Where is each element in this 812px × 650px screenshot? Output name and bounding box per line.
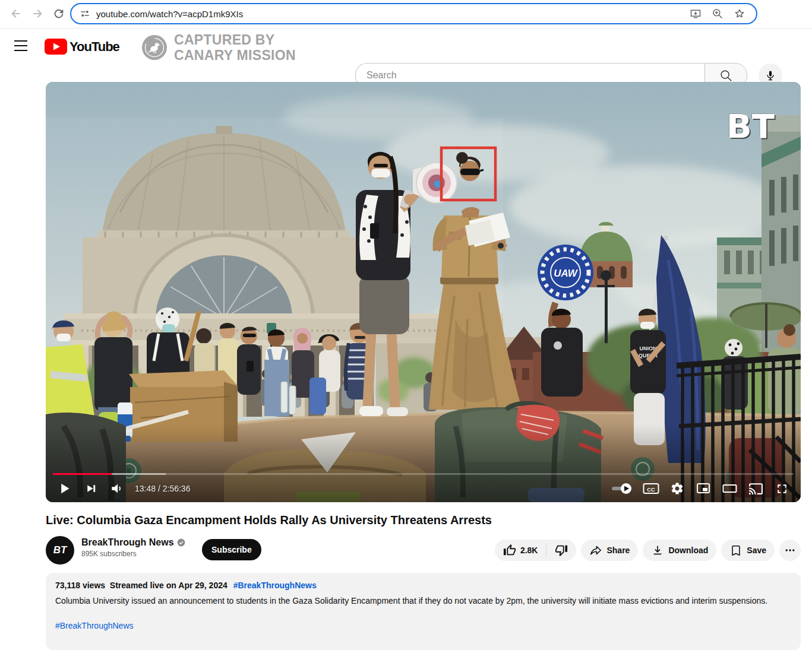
- description-text: Columbia University issued an announceme…: [55, 595, 791, 608]
- download-button[interactable]: Download: [643, 540, 716, 561]
- view-count: 73,118 views: [55, 581, 105, 590]
- action-buttons: 2.8K Share Download Save: [495, 540, 801, 561]
- canary-watermark: CAPTURED BY CANARY MISSION: [141, 32, 296, 63]
- install-icon[interactable]: [690, 8, 702, 20]
- cast-button[interactable]: [743, 478, 769, 499]
- autoplay-toggle[interactable]: [605, 478, 638, 499]
- url-bar[interactable]: youtube.com/watch?v=acpD1mk9XIs: [70, 3, 757, 24]
- miniplayer-button[interactable]: [690, 478, 716, 499]
- dislike-icon: [555, 544, 568, 557]
- hashtag-link[interactable]: #BreakThroughNews: [233, 581, 317, 590]
- settings-button[interactable]: [664, 478, 690, 499]
- more-actions-button[interactable]: [779, 540, 801, 561]
- youtube-play-icon: [45, 39, 67, 55]
- fullscreen-button[interactable]: [769, 478, 795, 499]
- forward-icon[interactable]: [31, 7, 44, 20]
- zoom-icon[interactable]: [712, 8, 723, 20]
- like-count: 2.8K: [520, 546, 538, 555]
- player-controls: 13:48 / 2:56:36 CC: [52, 476, 795, 501]
- youtube-header: YouTube CAPTURED BY CANARY MISSION: [0, 28, 812, 65]
- share-button[interactable]: Share: [581, 540, 638, 561]
- play-button[interactable]: [52, 478, 78, 499]
- like-dislike-pill: 2.8K: [495, 540, 577, 561]
- share-icon: [589, 544, 602, 557]
- browser-toolbar: youtube.com/watch?v=acpD1mk9XIs: [0, 0, 812, 28]
- like-icon: [503, 544, 516, 557]
- youtube-logo-text: YouTube: [69, 39, 119, 55]
- volume-button[interactable]: [104, 478, 130, 499]
- uaw-sign: UAW: [538, 245, 593, 300]
- subscriber-count: 895K subscribers: [81, 550, 185, 558]
- download-icon: [651, 544, 664, 557]
- site-settings-icon[interactable]: [80, 8, 90, 19]
- video-title: Live: Columbia Gaza Encampment Holds Ral…: [46, 513, 801, 527]
- search-icon: [719, 69, 732, 82]
- bt-watermark: BT: [726, 107, 774, 150]
- stream-date: Streamed live on Apr 29, 2024: [110, 581, 228, 590]
- youtube-logo[interactable]: YouTube: [45, 39, 119, 55]
- back-icon[interactable]: [10, 7, 23, 20]
- like-button[interactable]: 2.8K: [495, 540, 546, 561]
- hashtag-link-bottom[interactable]: #BreakThroughNews: [55, 621, 791, 630]
- more-icon: [784, 544, 796, 556]
- description-meta: 73,118 views Streamed live on Apr 29, 20…: [55, 581, 791, 590]
- channel-name[interactable]: BreakThrough News: [81, 537, 174, 548]
- next-button[interactable]: [78, 478, 104, 499]
- video-player[interactable]: UNION QUEER UAW: [46, 82, 801, 502]
- captions-button[interactable]: CC: [638, 478, 664, 499]
- progress-bar[interactable]: [53, 473, 794, 475]
- search-input[interactable]: [365, 69, 690, 81]
- bookmark-star-icon[interactable]: [734, 8, 745, 20]
- time-display: 13:48 / 2:56:36: [135, 484, 190, 493]
- svg-text:UAW: UAW: [554, 268, 579, 279]
- channel-avatar[interactable]: BT: [46, 536, 74, 565]
- svg-text:CC: CC: [647, 486, 655, 493]
- progress-played: [53, 473, 112, 475]
- save-icon: [729, 544, 743, 557]
- theater-button[interactable]: [716, 478, 743, 499]
- mic-icon: [764, 69, 776, 81]
- reload-icon[interactable]: [52, 7, 65, 20]
- verified-icon: [177, 538, 185, 547]
- description-box[interactable]: 73,118 views Streamed live on Apr 29, 20…: [46, 573, 801, 650]
- url-text[interactable]: youtube.com/watch?v=acpD1mk9XIs: [96, 9, 243, 19]
- menu-icon[interactable]: [14, 40, 27, 52]
- canary-logo-icon: [141, 34, 168, 61]
- save-button[interactable]: Save: [721, 540, 775, 561]
- subscribe-button[interactable]: Subscribe: [202, 539, 261, 560]
- dislike-button[interactable]: [546, 540, 576, 561]
- canary-watermark-text: CAPTURED BY CANARY MISSION: [174, 32, 296, 63]
